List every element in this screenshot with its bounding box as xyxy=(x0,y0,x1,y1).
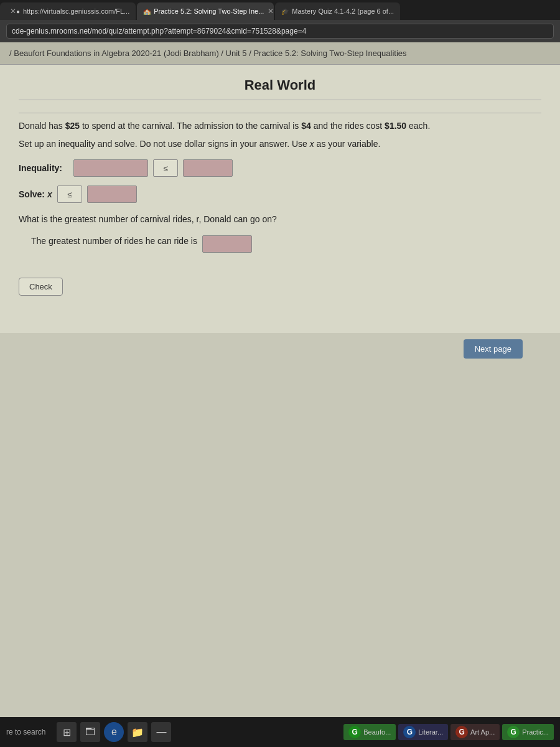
taskbar-app-literar[interactable]: G Literar... xyxy=(398,724,448,740)
tab-1-text: https://virtualsc.geniussis.com/FL... xyxy=(23,7,129,15)
breadcrumb: / Beaufort Foundations in Algebra 2020-2… xyxy=(0,42,560,65)
problem-line2: Set up an inequality and solve. Do not u… xyxy=(19,138,541,151)
main-panel: Real World Donald has $25 to spend at th… xyxy=(0,65,560,333)
taskbar-app-literar-icon: G xyxy=(403,726,416,738)
tab-3[interactable]: 🎓 Mastery Quiz 4.1-4.2 (page 6 of... xyxy=(275,2,400,20)
taskbar-icon-folder[interactable]: 📁 xyxy=(128,722,147,742)
taskbar: re to search ⊞ 🗔 e 📁 — G Beaufo... G Lit… xyxy=(0,717,560,747)
section-title: Real World xyxy=(19,77,541,100)
solve-value-input[interactable] xyxy=(87,186,137,203)
solve-row: Solve: x ≤ ≥ < > = xyxy=(19,186,541,203)
taskbar-search-label: re to search xyxy=(6,728,45,736)
inequality-row: Inequality: ≤ ≥ < > = xyxy=(19,159,541,177)
next-page-button[interactable]: Next page xyxy=(464,339,523,359)
taskbar-icon-edge[interactable]: e xyxy=(104,722,124,742)
tab-2-close[interactable]: ✕ xyxy=(268,7,274,16)
taskbar-app-beaufo-icon: G xyxy=(348,726,361,738)
tab-2-text: Practice 5.2: Solving Two-Step Ine... xyxy=(154,7,264,15)
taskbar-icon-window[interactable]: 🗔 xyxy=(80,722,100,742)
check-button-container: Check xyxy=(19,265,541,296)
tab-1-label: ● xyxy=(16,8,20,15)
taskbar-app-practic-icon: G xyxy=(507,726,520,738)
tab-3-icon: 🎓 xyxy=(281,8,289,15)
browser-chrome: ✕ ● https://virtualsc.geniussis.com/FL..… xyxy=(0,0,560,42)
inequality-left-input[interactable] xyxy=(73,159,148,177)
tab-bar: ✕ ● https://virtualsc.geniussis.com/FL..… xyxy=(0,0,560,20)
taskbar-app-practic-label: Practic... xyxy=(522,728,549,736)
taskbar-icon-grid[interactable]: ⊞ xyxy=(57,722,77,742)
question-text: What is the greatest number of carnival … xyxy=(19,213,541,226)
answer-row: The greatest number of rides he can ride… xyxy=(31,235,541,253)
tab-2-icon: 🏫 xyxy=(143,8,151,15)
inequality-right-input[interactable] xyxy=(183,159,233,177)
address-input[interactable] xyxy=(6,24,554,39)
problem-line1: Donald has $25 to spend at the carnival.… xyxy=(19,120,541,133)
answer-prefix: The greatest number of rides he can ride… xyxy=(31,235,197,248)
check-button[interactable]: Check xyxy=(19,278,63,296)
taskbar-icon-dash[interactable]: — xyxy=(151,722,171,742)
taskbar-app-literar-label: Literar... xyxy=(418,728,443,736)
solve-operator-select[interactable]: ≤ ≥ < > = xyxy=(57,186,82,203)
address-bar xyxy=(0,20,560,42)
taskbar-app-beaufo-label: Beaufo... xyxy=(363,728,391,736)
taskbar-app-artap-icon: G xyxy=(455,726,468,738)
solve-label: Solve: x xyxy=(19,189,52,199)
tab-3-text: Mastery Quiz 4.1-4.2 (page 6 of... xyxy=(292,7,394,15)
solve-var: x xyxy=(47,189,52,199)
taskbar-app-practic[interactable]: G Practic... xyxy=(502,724,554,740)
breadcrumb-text: / Beaufort Foundations in Algebra 2020-2… xyxy=(9,49,407,58)
answer-input[interactable] xyxy=(202,235,252,253)
taskbar-icons: ⊞ 🗔 e 📁 — xyxy=(57,722,171,742)
inequality-label: Inequality: xyxy=(19,163,68,173)
page-content: / Beaufort Foundations in Algebra 2020-2… xyxy=(0,42,560,717)
taskbar-apps: G Beaufo... G Literar... G Art Ap... G P… xyxy=(343,724,554,740)
tab-2[interactable]: 🏫 Practice 5.2: Solving Two-Step Ine... … xyxy=(137,2,274,20)
title-divider xyxy=(19,113,541,113)
inequality-operator-select[interactable]: ≤ ≥ < > = xyxy=(153,159,178,177)
taskbar-app-artap-label: Art Ap... xyxy=(470,728,495,736)
tab-1[interactable]: ✕ ● https://virtualsc.geniussis.com/FL..… xyxy=(0,2,136,20)
taskbar-app-beaufo[interactable]: G Beaufo... xyxy=(343,724,396,740)
tab-1-close[interactable]: ✕ xyxy=(10,7,16,16)
taskbar-app-artap[interactable]: G Art Ap... xyxy=(450,724,500,740)
